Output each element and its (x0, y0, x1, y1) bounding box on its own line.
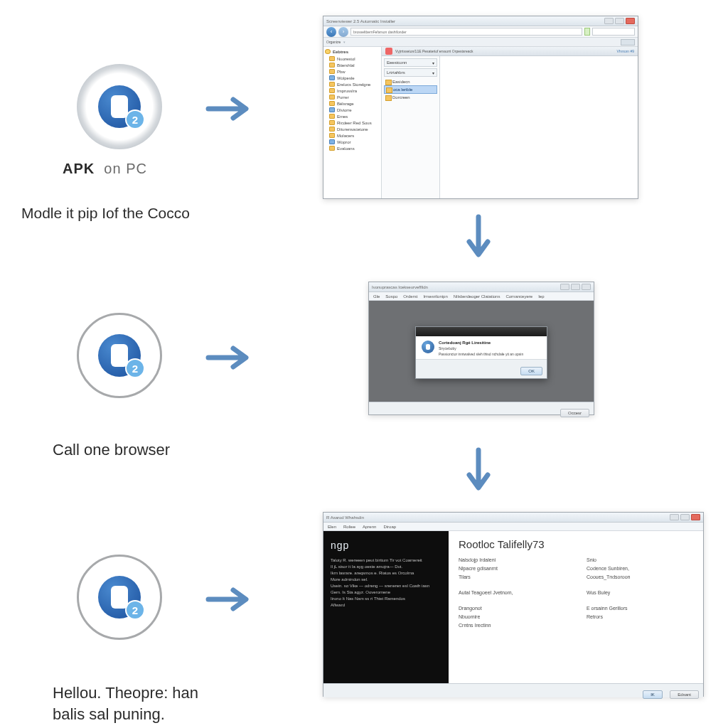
titlebar[interactable]: Ivonuprascas Icekseurveffildn (369, 282, 594, 292)
close-button[interactable] (582, 284, 591, 290)
folder-icon (329, 101, 335, 106)
step-badge: 2 (125, 109, 145, 129)
property-label: Autal Teagoeel Jvetnom, (459, 590, 565, 595)
sidebar-item[interactable]: Bélsrage (325, 100, 380, 107)
step-1-icon: 2 (77, 64, 162, 149)
sidebar-item[interactable]: Btiershlal (325, 62, 380, 68)
property-label: Nalsdojp Irdaleni (459, 557, 565, 562)
sidebar-item[interactable]: Molacers (325, 132, 380, 139)
sidebar-item[interactable]: Dlviorre (325, 107, 380, 113)
sidebar-item[interactable]: Purrer (325, 94, 380, 100)
sidebar-item[interactable]: Nuorestol (325, 55, 380, 62)
sidebar-item[interactable]: Wolpesle (325, 75, 380, 81)
minimize-button[interactable] (604, 18, 614, 24)
menu-item[interactable]: Diroap (383, 525, 396, 529)
folder-item[interactable]: Easidecn (384, 78, 437, 85)
sidebar-item[interactable]: Diturensacetone (325, 126, 380, 132)
menu-item[interactable]: Irrsesrilonipn (423, 294, 447, 299)
sidebar-item[interactable]: Erelocs Storelgne (325, 81, 380, 87)
step-3-caption: Hellou. Theopre: han balis sal puning. (53, 682, 198, 724)
refresh-button[interactable] (584, 28, 590, 36)
property-value: Retrors (587, 614, 693, 619)
property-value: Snio (587, 557, 693, 562)
sidebar-item-label: Imprusslra (337, 89, 357, 93)
folder-icon (329, 114, 335, 119)
file-list[interactable] (440, 56, 638, 198)
footer-button[interactable]: Occesr (560, 409, 589, 417)
info-line: Aflward (331, 602, 441, 609)
property-label: Nbuomire (459, 614, 565, 619)
folder-item[interactable]: oca lerible (384, 85, 437, 94)
menu-bar: ElenRolieeAprennDiroap (323, 523, 703, 531)
folder-icon (329, 127, 335, 132)
arrow-down-icon (461, 213, 496, 266)
maximize-button[interactable] (615, 18, 624, 24)
menu-item[interactable]: Sospo (385, 294, 397, 299)
menu-item[interactable]: Gle (373, 294, 380, 299)
sidebar-item[interactable]: Emes (325, 113, 380, 119)
sidebar-item-label: Wopror (337, 140, 351, 144)
sidebar-item[interactable]: Pbw (325, 68, 380, 75)
titlebar[interactable]: Screenviewer 2.5 Automatic Installer (323, 16, 638, 26)
sidebar-item-label: Ricdeer Red Sous (337, 121, 372, 125)
menu-item[interactable]: Nilsberdeoger Clatations (454, 294, 500, 299)
sidebar-item-label: Wolpesle (337, 76, 355, 80)
address-bar[interactable]: brosseltbernFefarson dashifonder (350, 28, 582, 36)
property-label: Tilars (459, 574, 565, 579)
organize-menu[interactable]: Organize (326, 40, 341, 44)
folder-icon (329, 133, 335, 138)
step-badge: 2 (125, 358, 145, 378)
arrow-right-icon (205, 91, 255, 129)
ok-button[interactable]: OK (520, 367, 542, 375)
menu-item[interactable]: Roliee (343, 525, 355, 529)
sidebar-heading: Eebtres (333, 50, 348, 54)
forward-button[interactable]: › (338, 27, 348, 37)
minimize-button[interactable] (670, 514, 679, 520)
workspace: Cortedoanj Rgé Liresitine Siryceboby Pas… (369, 301, 594, 402)
folder-icon (329, 63, 335, 68)
folder-item[interactable]: Dorcreen (384, 94, 437, 101)
sidebar: Eebtres NuorestolBtiershlalPbwWolpesleEr… (323, 47, 382, 198)
folder-icon (329, 56, 335, 61)
sidebar-item[interactable]: Imprusslra (325, 87, 380, 94)
titlebar[interactable]: R Asarod Whahsdin (323, 513, 703, 523)
sidebar-item-label: Btiershlal (337, 63, 355, 68)
sidebar-item-label: Bélsrage (337, 102, 354, 106)
back-button[interactable]: ‹ (326, 27, 336, 37)
close-button[interactable] (691, 514, 700, 520)
folder-panel: Eeestconn▾ Lrtrtahbrs▾ Easidecnoca lerib… (382, 56, 440, 198)
menu-item[interactable]: Iep (538, 294, 544, 299)
sidebar-item[interactable]: Ricdeer Red Sous (325, 119, 380, 126)
dialog: Cortedoanj Rgé Liresitine Siryceboby Pas… (415, 326, 547, 379)
menu-item[interactable]: Elen (328, 525, 336, 529)
view-options[interactable] (621, 39, 635, 46)
help-link[interactable]: Vhnrom #9 (617, 49, 634, 53)
maximize-button[interactable] (571, 284, 580, 290)
panel-heading[interactable]: Lrtrtahbrs▾ (384, 68, 437, 77)
sidebar-item[interactable]: Wopror (325, 139, 380, 145)
content-caption: Vyjrrtsseton/11E Pesateriof erssorri Orp… (395, 49, 614, 53)
sidebar-item-label: Erelocs Storelgne (337, 82, 370, 87)
window-title: R Asarod Whahsdin (326, 515, 364, 520)
command-bar: Organize ▾ (323, 38, 638, 47)
arrow-right-icon (205, 582, 255, 620)
minimize-button[interactable] (560, 284, 569, 290)
menu-item[interactable]: Orderst (403, 294, 417, 299)
cancel-button[interactable]: Edsant (670, 690, 699, 699)
ok-button[interactable]: IK (643, 690, 663, 699)
panel-heading[interactable]: Eeestconn▾ (384, 58, 437, 67)
menu-bar: GleSospoOrderstIrrsesrilonipnNilsberdeog… (369, 292, 594, 301)
property-value: Cooues_Tndsoroon (587, 574, 693, 579)
dialog-titlebar[interactable] (416, 327, 547, 336)
file-explorer-window: Screenviewer 2.5 Automatic Installer ‹ ›… (323, 16, 638, 199)
maximize-button[interactable] (680, 514, 690, 520)
close-button[interactable] (626, 18, 635, 24)
menu-item[interactable]: Aprenn (363, 525, 376, 529)
detail-pane: Rootloc Talifelly73 Nalsdojp IrdaleniSni… (449, 531, 703, 683)
menu-item[interactable]: Cornanceyere (505, 294, 532, 299)
sidebar-item[interactable]: Evaloans (325, 145, 380, 151)
property-label: Nlpacre gdisanrnt (459, 566, 565, 571)
settings-window: R Asarod Whahsdin ElenRolieeAprennDiroap… (323, 512, 704, 697)
search-input[interactable] (592, 28, 635, 36)
sidebar-item-label: Dlviorre (337, 108, 352, 112)
